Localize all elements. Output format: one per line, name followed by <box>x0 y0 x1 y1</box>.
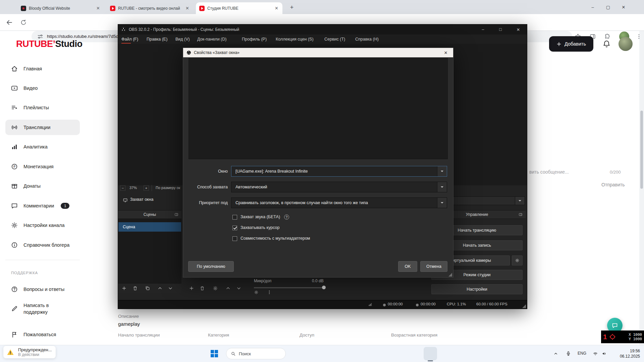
multiadapter-checkbox[interactable] <box>232 236 237 241</box>
studio-profile-avatar[interactable] <box>619 37 633 51</box>
search-placeholder: Поиск <box>239 351 251 356</box>
match-priority-dropdown[interactable]: Сравнивать заголовок, в противном случае… <box>231 197 447 208</box>
tab-close-icon[interactable]: ✕ <box>185 5 190 11</box>
taskbar-search-box[interactable]: Поиск <box>226 348 286 359</box>
window-maximize-button[interactable]: ▢ <box>600 0 616 14</box>
source-add-icon[interactable] <box>189 286 194 291</box>
preview-zoom-out-button[interactable]: − <box>120 185 125 191</box>
mixer-volume-slider[interactable] <box>254 287 325 288</box>
sidebar-label: Написать в поддержку <box>23 302 70 315</box>
overlay-badge: 1 <box>603 333 607 341</box>
source-move-up-icon[interactable] <box>225 286 231 291</box>
menu-help[interactable]: Справка (H) <box>355 35 379 44</box>
tab-close-icon[interactable]: ✕ <box>274 5 279 11</box>
dialog-titlebar[interactable]: Свойства «Захват окна» ✕ <box>183 48 453 57</box>
scene-item-selected[interactable]: Сцена <box>118 222 181 232</box>
window-select-dropdown[interactable]: [UAGame.exe]: Arena Breakout Infinite <box>231 166 447 177</box>
sidebar-item-streams[interactable]: Трансляции <box>5 120 80 135</box>
tray-language-indicator[interactable]: ENG <box>578 351 586 356</box>
dialog-resize-grip[interactable] <box>448 273 452 277</box>
obs-maximize-button[interactable]: □ <box>493 24 508 35</box>
cancel-button[interactable]: Отмена <box>420 261 447 272</box>
dock-panel-icon[interactable] <box>519 213 523 217</box>
mixer-slider-handle[interactable] <box>322 286 326 289</box>
mixer-settings-gear-icon[interactable] <box>254 290 259 295</box>
settings-button[interactable]: Настройки <box>431 284 523 294</box>
scene-move-down-icon[interactable] <box>168 286 173 291</box>
page-scrollbar-thumb[interactable] <box>640 111 643 189</box>
tray-chevron-up-icon[interactable] <box>553 351 558 356</box>
help-icon[interactable]: ? <box>284 215 289 220</box>
mixer-kebab-menu-icon[interactable] <box>267 290 272 295</box>
dock-panel-icon[interactable] <box>174 213 178 217</box>
menu-profile[interactable]: Профиль (P) <box>242 35 267 44</box>
comments-icon <box>11 202 18 209</box>
preview-fit-button[interactable]: По размеру ок <box>156 186 180 190</box>
scene-duplicate-icon[interactable] <box>145 286 150 291</box>
source-item-window-capture[interactable]: Захват окна <box>130 197 153 202</box>
dropdown-caret-icon[interactable] <box>437 166 447 176</box>
menu-view[interactable]: Вид (V) <box>175 35 190 44</box>
chat-send-button[interactable]: Отправить <box>601 182 625 187</box>
source-move-down-icon[interactable] <box>236 286 241 291</box>
sidebar-item-donations[interactable]: Донаты <box>5 178 80 194</box>
sidebar-item-playlists[interactable]: Плейлисты <box>5 100 80 115</box>
sidebar-item-guide[interactable]: Справочник блогера <box>5 237 80 253</box>
obs-close-button[interactable]: ✕ <box>511 24 526 35</box>
tray-microphone-icon[interactable] <box>566 351 571 357</box>
tray-time: 19:56 <box>613 348 640 354</box>
tray-wifi-icon[interactable] <box>592 351 598 356</box>
capture-audio-checkbox[interactable] <box>232 215 237 220</box>
window-minimize-button[interactable]: – <box>585 0 600 14</box>
sidebar-item-video[interactable]: Видео <box>5 80 80 96</box>
reload-icon[interactable] <box>20 19 27 26</box>
obs-minimize-button[interactable]: – <box>476 24 490 35</box>
scene-add-icon[interactable] <box>121 286 127 291</box>
tray-volume-icon[interactable] <box>601 351 607 356</box>
start-button[interactable] <box>211 350 218 357</box>
sidebar-item-channel-settings[interactable]: Настройки канала <box>5 218 80 233</box>
sidebar-item-home[interactable]: Главная <box>5 61 80 76</box>
scene-remove-trash-icon[interactable] <box>132 286 138 291</box>
menu-docks[interactable]: Док-панели (D) <box>197 35 226 44</box>
sidebar-item-questions[interactable]: Вопросы и ответы <box>5 282 80 297</box>
menu-file[interactable]: Файл (F) <box>121 35 138 44</box>
sidebar-item-write-support[interactable]: Написать в поддержку <box>5 298 80 319</box>
notifications-bell-icon[interactable] <box>602 39 611 48</box>
stream-status-dot <box>416 304 419 306</box>
sidebar-item-comments[interactable]: Комментарии 1 <box>5 198 80 214</box>
tab-close-icon[interactable]: ✕ <box>96 5 101 11</box>
tab-rutube-studio[interactable]: Студия RUTUBE ✕ <box>196 2 282 14</box>
sidebar-item-monetization[interactable]: ₽ Монетизация <box>5 159 80 174</box>
dropdown-caret-icon[interactable] <box>515 197 525 205</box>
chat-message-input[interactable]: вить сообщение... <box>529 169 569 175</box>
tab-rutube[interactable]: RUTUBE - смотреть видео онлай ✕ <box>107 2 193 14</box>
sidebar-item-report[interactable]: Пожаловаться <box>5 327 80 342</box>
obs-logo-icon <box>121 27 126 32</box>
capture-method-dropdown[interactable]: Автоматический <box>231 182 447 192</box>
new-tab-button[interactable]: + <box>287 3 297 12</box>
ok-button[interactable]: OK <box>398 261 417 272</box>
virtual-camera-settings-button[interactable] <box>512 255 523 265</box>
source-remove-trash-icon[interactable] <box>200 286 205 291</box>
tab-bloody[interactable]: Bloody Official Website ✕ <box>17 2 104 14</box>
menu-edit[interactable]: Правка (E) <box>147 35 167 44</box>
scene-move-up-icon[interactable] <box>157 286 163 291</box>
tray-clock[interactable]: 19:56 06.12.2025 <box>613 348 640 359</box>
obs-titlebar[interactable]: OBS 32.0.2 - Профиль: Безымянный - Сцены… <box>118 24 527 35</box>
preview-zoom-in-button[interactable]: + <box>144 185 149 191</box>
source-properties-gear-icon[interactable] <box>213 286 218 291</box>
capture-cursor-checkbox[interactable] <box>232 226 237 230</box>
obs-resize-grip[interactable] <box>522 304 526 308</box>
extensions-puzzle-icon[interactable] <box>604 33 611 40</box>
add-button[interactable]: Добавить <box>549 36 593 52</box>
dropdown-caret-icon[interactable] <box>437 198 447 208</box>
menu-scene-collection[interactable]: Коллекция сцен (S) <box>276 35 314 44</box>
dropdown-caret-icon[interactable] <box>437 182 447 192</box>
defaults-button[interactable]: По умолчанию <box>188 261 234 272</box>
menu-tools[interactable]: Сервис (T) <box>324 35 345 44</box>
back-icon[interactable] <box>5 18 13 26</box>
sidebar-item-analytics[interactable]: Аналитика <box>5 139 80 155</box>
window-close-button[interactable]: ✕ <box>616 0 631 14</box>
dialog-close-button[interactable]: ✕ <box>438 48 453 57</box>
